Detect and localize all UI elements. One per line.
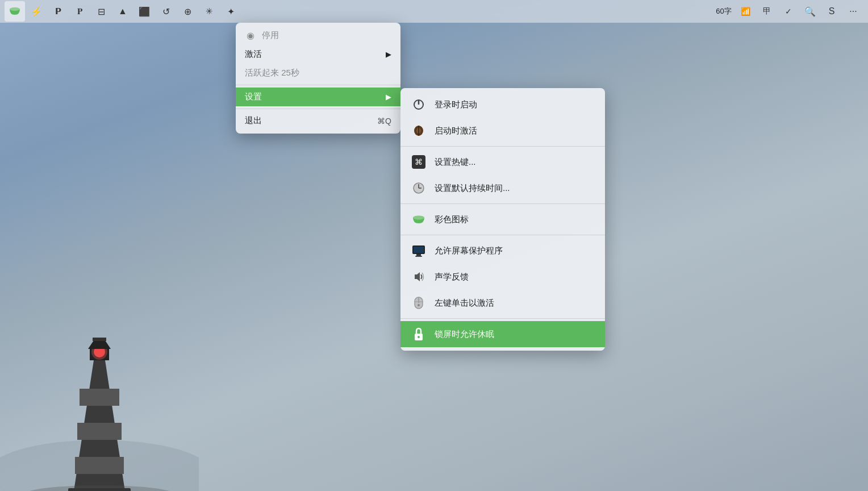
- menubar-right: 60字 📶 甲 ✓ 🔍 S ···: [713, 1, 863, 22]
- wifi-icon[interactable]: 📶: [735, 1, 756, 22]
- submenu-separator-4: [400, 318, 605, 319]
- activate-at-launch-label: 启动时激活: [435, 126, 477, 136]
- more-icon[interactable]: ···: [843, 1, 863, 22]
- menubar-icon-1[interactable]: ⚡: [26, 1, 47, 22]
- sogou-icon[interactable]: S: [821, 1, 842, 22]
- menubar-icon-3[interactable]: 𝐏: [69, 1, 90, 22]
- menu-item-active-time[interactable]: 活跃起来 25秒: [236, 64, 400, 82]
- menubar: ⚡ 𝗣 𝐏 ⊟ ▲ ⬛ ↺ ⊕ ✳ ✦ 60字 📶 甲 ✓ 🔍 S ···: [0, 0, 868, 23]
- menubar-icon-2[interactable]: 𝗣: [48, 1, 68, 22]
- settings-submenu-arrow: ▶: [386, 93, 391, 101]
- submenu-item-set-duration[interactable]: 设置默认持续时间...: [400, 175, 605, 201]
- submenu-item-left-click[interactable]: 左键单击以激活: [400, 290, 605, 316]
- menubar-icon-7[interactable]: ↺: [156, 1, 176, 22]
- coffitivity-cup-icon: [8, 5, 22, 18]
- menu-separator-2: [236, 109, 400, 109]
- color-icon-label: 彩色图标: [435, 214, 469, 225]
- check-icon[interactable]: ✓: [778, 1, 799, 22]
- color-cup-icon: [411, 211, 427, 227]
- launch-at-login-label: 登录时启动: [435, 99, 477, 110]
- keyboard-cmd-icon: ⌘: [411, 154, 427, 170]
- menubar-icon-8[interactable]: ⊕: [177, 1, 198, 22]
- monitor-icon: [411, 243, 427, 259]
- menubar-icon-9[interactable]: ✳: [199, 1, 219, 22]
- svg-rect-27: [415, 256, 422, 257]
- submenu-item-launch-at-login[interactable]: 登录时启动: [400, 91, 605, 118]
- svg-marker-2: [75, 457, 124, 474]
- submenu-separator-2: [400, 203, 605, 204]
- submenu-item-activate-at-launch[interactable]: 启动时激活: [400, 118, 605, 144]
- menubar-icon-10[interactable]: ✦: [220, 1, 241, 22]
- character-count[interactable]: 60字: [713, 1, 734, 22]
- svg-marker-8: [88, 340, 111, 349]
- menu-item-disable[interactable]: ◉ 停用: [236, 26, 400, 45]
- disable-label: 停用: [262, 30, 279, 41]
- ime-icon[interactable]: 甲: [757, 1, 777, 22]
- activate-label: 激活: [245, 49, 262, 60]
- submenu-item-lock-sleep[interactable]: 锁屏时允许休眠: [400, 321, 605, 347]
- lock-icon: [411, 326, 427, 342]
- svg-rect-25: [414, 247, 424, 253]
- menubar-icon-5[interactable]: ▲: [112, 1, 133, 22]
- submenu-separator-3: [400, 235, 605, 235]
- submenu-item-allow-screensaver[interactable]: 允许屏幕保护程序: [400, 238, 605, 264]
- clock-icon: [411, 180, 427, 196]
- settings-submenu: 登录时启动 启动时激活 ⌘ 设置热键... 设置默认持续时间...: [400, 88, 605, 351]
- submenu-item-color-icon[interactable]: 彩色图标: [400, 206, 605, 232]
- svg-point-34: [418, 336, 420, 338]
- set-duration-label: 设置默认持续时间...: [435, 183, 510, 194]
- coffee-bean-icon: [411, 123, 427, 139]
- lighthouse-decoration: [0, 292, 199, 491]
- speaker-icon: [411, 269, 427, 285]
- char-count-label: 60字: [713, 6, 733, 16]
- svg-point-13: [10, 7, 20, 11]
- active-time-label: 活跃起来 25秒: [245, 68, 299, 78]
- activate-submenu-arrow: ▶: [386, 50, 391, 59]
- svg-point-32: [418, 304, 420, 306]
- svg-marker-28: [415, 272, 420, 281]
- svg-marker-4: [80, 389, 119, 406]
- svg-marker-3: [77, 423, 122, 440]
- submenu-item-acoustic-feedback[interactable]: 声学反馈: [400, 264, 605, 290]
- submenu-separator-1: [400, 146, 605, 147]
- power-icon: [411, 97, 427, 113]
- quit-label: 退出: [245, 115, 262, 126]
- quit-shortcut: ⌘Q: [377, 116, 391, 126]
- svg-point-23: [413, 216, 424, 220]
- submenu-item-set-hotkey[interactable]: ⌘ 设置热键...: [400, 149, 605, 175]
- menubar-icon-6[interactable]: ⬛: [134, 1, 155, 22]
- left-click-label: 左键单击以激活: [435, 298, 494, 309]
- primary-dropdown-menu: ◉ 停用 激活 ▶ 活跃起来 25秒 设置 ▶ 退出 ⌘Q: [236, 23, 400, 134]
- disable-icon: ◉: [245, 30, 256, 41]
- menu-separator-1: [236, 85, 400, 85]
- allow-screensaver-label: 允许屏幕保护程序: [435, 246, 503, 256]
- set-hotkey-label: 设置热键...: [435, 157, 476, 168]
- settings-label: 设置: [245, 91, 262, 102]
- svg-rect-26: [416, 254, 421, 256]
- mouse-icon: [411, 295, 427, 311]
- menu-item-quit[interactable]: 退出 ⌘Q: [236, 111, 400, 130]
- menubar-icon-4[interactable]: ⊟: [91, 1, 111, 22]
- app-icon-coffitivity[interactable]: [5, 1, 25, 22]
- search-icon[interactable]: 🔍: [800, 1, 820, 22]
- menu-item-settings[interactable]: 设置 ▶: [236, 88, 400, 106]
- svg-rect-9: [93, 338, 106, 341]
- lock-sleep-label: 锁屏时允许休眠: [435, 329, 494, 340]
- acoustic-feedback-label: 声学反馈: [435, 272, 469, 282]
- menu-item-activate[interactable]: 激活 ▶: [236, 45, 400, 64]
